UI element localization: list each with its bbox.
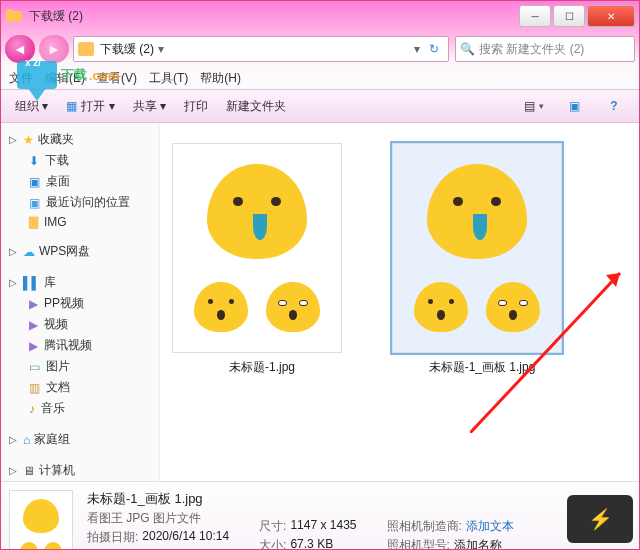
file-name-1: 未标题-1.jpg	[172, 359, 352, 376]
main-area: ▷★收藏夹 ⬇下载 ▣桌面 ▣最近访问的位置 ▇IMG ▷☁WPS网盘 ▷▌▌库…	[1, 123, 639, 481]
explorer-window: 下载缓 (2) ─ ☐ ✕ ◄ ► 下载缓 (2) ▾ ▾ ↻ 🔍 搜索 新建文…	[0, 0, 640, 550]
details-thumbnail	[9, 490, 73, 550]
maximize-button[interactable]: ☐	[553, 5, 585, 27]
sidebar-item-music[interactable]: ♪音乐	[9, 398, 157, 419]
minimize-button[interactable]: ─	[519, 5, 551, 27]
breadcrumb-dropdown-icon[interactable]: ▾	[154, 42, 168, 56]
share-button[interactable]: 共享 ▾	[125, 94, 174, 119]
file-thumbnail-2-selected[interactable]: 未标题-1_画板 1.jpg	[392, 143, 572, 461]
search-box[interactable]: 🔍 搜索 新建文件夹 (2)	[455, 36, 635, 62]
svg-rect-1	[6, 9, 13, 13]
address-history-icon[interactable]: ▾	[410, 42, 424, 56]
menu-tools[interactable]: 工具(T)	[149, 70, 188, 87]
sidebar-item-video[interactable]: ▶视频	[9, 314, 157, 335]
sidebar-item-recent[interactable]: ▣最近访问的位置	[9, 192, 157, 213]
window-icon	[5, 7, 23, 25]
refresh-icon[interactable]: ↻	[424, 42, 444, 56]
sidebar-group-homegroup: ▷⌂家庭组	[9, 429, 157, 450]
add-text-link[interactable]: 添加文本	[466, 518, 514, 535]
details-apptype: 看图王 JPG 图片文件	[87, 510, 229, 527]
file-thumbnail-1[interactable]: 未标题-1.jpg	[172, 143, 352, 461]
thumbnail-image	[392, 143, 562, 353]
sidebar-header-homegroup[interactable]: ▷⌂家庭组	[9, 429, 157, 450]
sidebar-item-img[interactable]: ▇IMG	[9, 213, 157, 231]
details-filename: 未标题-1_画板 1.jpg	[87, 490, 229, 508]
sidebar-item-tencentvideo[interactable]: ▶腾讯视频	[9, 335, 157, 356]
view-layout-button[interactable]: ▤▾	[515, 91, 553, 121]
corner-badge-icon: ⚡	[567, 495, 633, 543]
details-pane: 未标题-1_画板 1.jpg 看图王 JPG 图片文件 拍摄日期:2020/6/…	[1, 481, 639, 550]
print-button[interactable]: 打印	[176, 94, 216, 119]
open-button[interactable]: ▦打开 ▾	[58, 94, 122, 119]
close-button[interactable]: ✕	[587, 5, 635, 27]
content-pane[interactable]: 未标题-1.jpg 未标题-1_画板 1.jpg	[160, 123, 639, 481]
menu-help[interactable]: 帮助(H)	[200, 70, 241, 87]
watermark: x z/ 下载.com	[15, 55, 119, 95]
search-icon: 🔍	[460, 42, 475, 56]
sidebar-group-favorites: ▷★收藏夹 ⬇下载 ▣桌面 ▣最近访问的位置 ▇IMG	[9, 129, 157, 231]
folder-icon	[78, 42, 94, 56]
file-name-2: 未标题-1_画板 1.jpg	[392, 359, 572, 376]
details-text: 未标题-1_画板 1.jpg 看图王 JPG 图片文件 拍摄日期:2020/6/…	[87, 490, 529, 550]
sidebar-header-wps[interactable]: ▷☁WPS网盘	[9, 241, 157, 262]
thumbnail-image	[172, 143, 342, 353]
sidebar-item-desktop[interactable]: ▣桌面	[9, 171, 157, 192]
sidebar-header-libraries[interactable]: ▷▌▌库	[9, 272, 157, 293]
sidebar-item-downloads[interactable]: ⬇下载	[9, 150, 157, 171]
search-placeholder: 搜索 新建文件夹 (2)	[479, 41, 584, 58]
sidebar-item-pictures[interactable]: ▭图片	[9, 356, 157, 377]
sidebar-item-ppvideo[interactable]: ▶PP视频	[9, 293, 157, 314]
sidebar-group-wps: ▷☁WPS网盘	[9, 241, 157, 262]
sidebar-header-computer[interactable]: ▷🖥计算机	[9, 460, 157, 481]
help-icon[interactable]: ?	[595, 91, 633, 121]
titlebar[interactable]: 下载缓 (2) ─ ☐ ✕	[1, 1, 639, 31]
window-controls: ─ ☐ ✕	[517, 5, 635, 27]
svg-marker-3	[606, 273, 620, 287]
newfolder-button[interactable]: 新建文件夹	[218, 94, 294, 119]
sidebar: ▷★收藏夹 ⬇下载 ▣桌面 ▣最近访问的位置 ▇IMG ▷☁WPS网盘 ▷▌▌库…	[1, 123, 160, 481]
window-title: 下载缓 (2)	[29, 8, 83, 25]
sidebar-group-computer: ▷🖥计算机	[9, 460, 157, 481]
address-bar[interactable]: 下载缓 (2) ▾ ▾ ↻	[73, 36, 449, 62]
sidebar-header-favorites[interactable]: ▷★收藏夹	[9, 129, 157, 150]
sidebar-item-documents[interactable]: ▥文档	[9, 377, 157, 398]
preview-pane-button[interactable]: ▣	[555, 91, 593, 121]
sidebar-group-libraries: ▷▌▌库 ▶PP视频 ▶视频 ▶腾讯视频 ▭图片 ▥文档 ♪音乐	[9, 272, 157, 419]
